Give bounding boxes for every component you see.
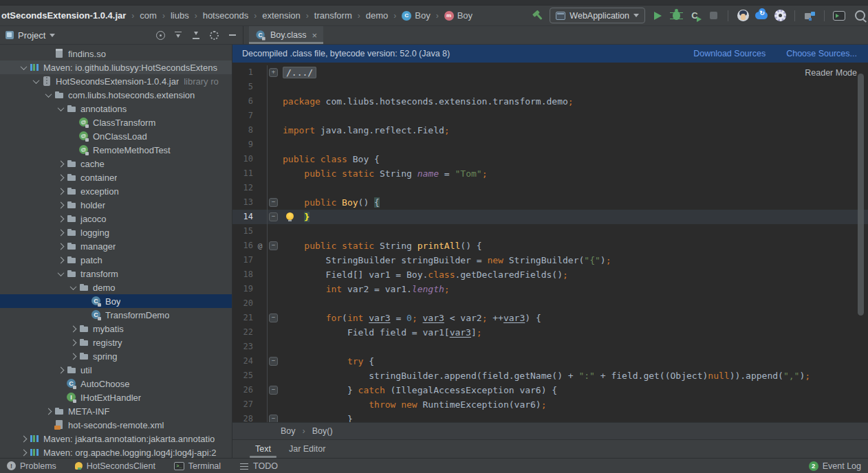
- tree-row[interactable]: util: [0, 363, 232, 377]
- status-item-terminal[interactable]: Terminal: [174, 461, 221, 471]
- chevron-right-icon[interactable]: [67, 340, 78, 345]
- tree-row[interactable]: manager: [0, 239, 232, 253]
- code-line[interactable]: 22 Field field = var1[var3];: [232, 325, 868, 340]
- tree-row[interactable]: exception: [0, 184, 232, 198]
- chevron-right-icon[interactable]: [55, 258, 66, 263]
- chevron-right-icon[interactable]: [55, 162, 66, 166]
- status-item-hotseconds[interactable]: HotSecondsClient: [75, 461, 155, 471]
- tree-row[interactable]: logging: [0, 226, 232, 239]
- chevron-right-icon[interactable]: [55, 189, 66, 194]
- run-button[interactable]: [651, 10, 664, 22]
- cloud-sync-icon[interactable]: [755, 10, 768, 22]
- code-line[interactable]: 21− for(int var3 = 0; var3 < var2; ++var…: [232, 311, 868, 325]
- tree-row[interactable]: transform: [0, 267, 232, 280]
- code-line[interactable]: 9: [232, 138, 868, 152]
- tree-row[interactable]: AutoChoose: [0, 377, 232, 390]
- tree-row[interactable]: Boy: [0, 294, 232, 308]
- tree-row[interactable]: holder: [0, 198, 232, 212]
- expand-all-icon[interactable]: [173, 30, 184, 41]
- editor-scrollbar[interactable]: [858, 74, 864, 316]
- tree-row[interactable]: registry: [0, 336, 232, 349]
- breadcrumb-item[interactable]: CBoy: [388, 10, 430, 21]
- reader-mode-label[interactable]: Reader Mode: [805, 68, 857, 78]
- tree-row[interactable]: Maven: io.github.liubsyy:HotSecondsExten…: [0, 60, 232, 74]
- fold-marker-icon[interactable]: −: [269, 314, 278, 322]
- code-line[interactable]: 15: [232, 224, 868, 239]
- code-line[interactable]: 8import java.lang.reflect.Field;: [232, 123, 868, 138]
- debug-button[interactable]: [670, 10, 682, 22]
- chevron-right-icon[interactable]: [67, 354, 78, 359]
- code-line[interactable]: 11 public static String name = "Tom";: [232, 166, 868, 181]
- tree-row[interactable]: spring: [0, 349, 232, 363]
- code-line[interactable]: 16@− public static String printAll() {: [232, 239, 868, 253]
- chevron-down-icon[interactable]: [50, 34, 55, 37]
- chevron-right-icon[interactable]: [55, 230, 66, 235]
- tree-row[interactable]: RemoteMethodTest: [0, 143, 232, 157]
- chevron-right-icon[interactable]: [55, 217, 66, 221]
- run-configuration-select[interactable]: WebApplication: [550, 8, 645, 23]
- settings-gear-icon[interactable]: [774, 10, 786, 22]
- code-line[interactable]: 18 Field[] var1 = Boy.class.getDeclaredF…: [232, 267, 868, 282]
- chevron-right-icon[interactable]: [67, 327, 78, 331]
- fold-marker-icon[interactable]: −: [269, 198, 278, 207]
- chevron-right-icon[interactable]: [55, 203, 66, 208]
- tree-row[interactable]: hot-seconds-remote.xml: [0, 418, 232, 432]
- code-line[interactable]: 6package com.liubs.hotseconds.extension.…: [232, 94, 868, 109]
- code-line[interactable]: 17 StringBuilder stringBuilder = new Str…: [232, 253, 868, 267]
- chevron-right-icon[interactable]: [55, 175, 66, 180]
- project-structure-icon[interactable]: [803, 10, 816, 22]
- code-line[interactable]: 10public class Boy {: [232, 152, 868, 166]
- chevron-down-icon[interactable]: [18, 65, 29, 70]
- chevron-down-icon[interactable]: [30, 79, 41, 84]
- tree-row[interactable]: Maven: jakarta.annotation:jakarta.annota…: [0, 432, 232, 446]
- chevron-right-icon[interactable]: [43, 409, 54, 414]
- tree-row[interactable]: findins.so: [0, 47, 232, 60]
- chevron-down-icon[interactable]: [43, 93, 54, 98]
- code-line[interactable]: 19 int var2 = var1.length;: [232, 282, 868, 296]
- terminal-icon[interactable]: [833, 10, 845, 22]
- hide-panel-icon[interactable]: [227, 30, 237, 41]
- tree-row[interactable]: Maven: org.apache.logging.log4j:log4j-ap…: [0, 446, 232, 458]
- chevron-right-icon[interactable]: [18, 450, 29, 455]
- breadcrumb-item[interactable]: mBoy: [431, 10, 473, 21]
- user-avatar[interactable]: [737, 10, 749, 22]
- event-log-widget[interactable]: 2 Event Log: [809, 461, 861, 471]
- breadcrumb-item[interactable]: extension: [248, 10, 301, 21]
- tree-row[interactable]: IHotExtHandler: [0, 390, 232, 404]
- panel-settings-gear-icon[interactable]: [209, 30, 219, 41]
- breadcrumb-item[interactable]: liubs: [157, 10, 189, 21]
- code-line[interactable]: 5: [232, 80, 868, 94]
- status-item-problems[interactable]: Problems: [7, 461, 56, 471]
- tree-row[interactable]: jacoco: [0, 212, 232, 226]
- tree-row[interactable]: com.liubs.hotseconds.extension: [0, 88, 232, 102]
- tree-row[interactable]: cache: [0, 157, 232, 170]
- chevron-down-icon[interactable]: [55, 107, 66, 111]
- code-line[interactable]: 28− }: [232, 412, 868, 422]
- tree-row[interactable]: META-INF: [0, 404, 232, 418]
- breadcrumb-item[interactable]: demo: [352, 10, 389, 21]
- breadcrumb-item[interactable]: otSecondsExtension-1.0.4.jar: [1, 10, 126, 21]
- code-line[interactable]: 12: [232, 181, 868, 195]
- code-line[interactable]: 27 throw new RuntimeException(var6);: [232, 397, 868, 412]
- breadcrumb-class[interactable]: Boy: [281, 426, 296, 436]
- fold-marker-icon[interactable]: −: [269, 241, 278, 250]
- view-tab-jar-editor[interactable]: Jar Editor: [280, 440, 335, 458]
- tree-row[interactable]: OnClassLoad: [0, 129, 232, 143]
- code-editor[interactable]: Reader Mode 1+/.../56package com.liubs.h…: [232, 63, 868, 422]
- fold-marker-icon[interactable]: −: [269, 212, 278, 221]
- chevron-right-icon[interactable]: [18, 437, 29, 441]
- code-line[interactable]: 24− try {: [232, 354, 868, 368]
- locate-file-icon[interactable]: [155, 30, 166, 41]
- tree-row[interactable]: annotations: [0, 102, 232, 116]
- close-icon[interactable]: ×: [312, 31, 318, 40]
- breadcrumb-item[interactable]: hotseconds: [189, 10, 249, 21]
- collapse-all-icon[interactable]: [191, 30, 202, 41]
- status-item-todo[interactable]: TODO: [239, 461, 278, 471]
- code-line[interactable]: 20: [232, 296, 868, 311]
- build-hammer-icon[interactable]: [531, 10, 543, 22]
- fold-marker-icon[interactable]: −: [269, 386, 278, 395]
- intention-bulb-icon[interactable]: [286, 212, 294, 220]
- code-line[interactable]: 25 stringBuilder.append(field.getName() …: [232, 368, 868, 383]
- code-line[interactable]: 1+/.../: [232, 65, 868, 80]
- code-line[interactable]: 13− public Boy() {: [232, 195, 868, 210]
